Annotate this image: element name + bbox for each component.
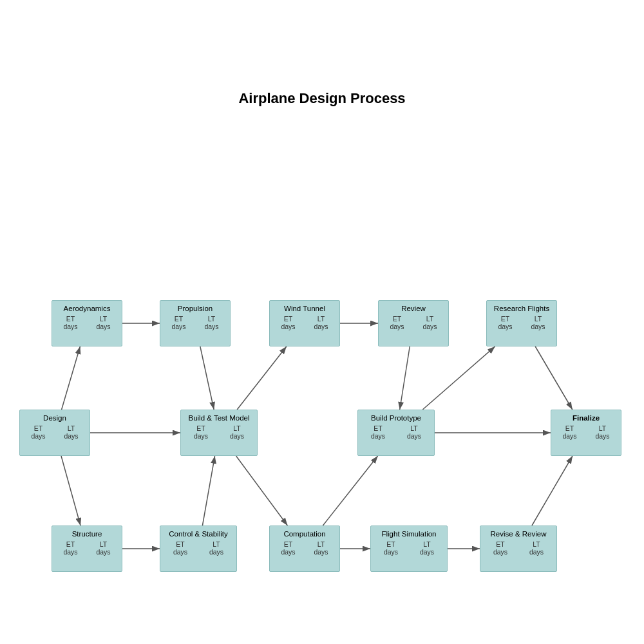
node-days-structure: daysdays	[57, 548, 117, 556]
node-days-flight_sim: daysdays	[376, 548, 442, 556]
node-et-lt-flight_sim: ETLT	[376, 540, 442, 548]
node-days-build_proto: daysdays	[363, 432, 429, 440]
arrow-computation-build_proto	[323, 456, 377, 526]
node-build_test[interactable]: Build & Test Model ETLT daysdays	[180, 410, 258, 456]
arrow-review-build_proto	[400, 346, 410, 410]
node-label-control_stability: Control & Stability	[166, 530, 231, 538]
node-computation[interactable]: Computation ETLT daysdays	[269, 526, 340, 572]
node-flight_sim[interactable]: Flight Simulation ETLT daysdays	[370, 526, 448, 572]
node-et-lt-revise_review: ETLT	[486, 540, 551, 548]
node-label-computation: Computation	[275, 530, 334, 538]
page-title: Airplane Design Process	[0, 0, 644, 107]
node-review[interactable]: Review ETLT daysdays	[378, 300, 449, 346]
arrow-design-structure	[61, 456, 80, 526]
arrow-propulsion-build_test	[200, 346, 214, 410]
node-research_flights[interactable]: Research Flights ETLT daysdays	[486, 300, 557, 346]
arrow-build_test-computation	[236, 456, 288, 526]
node-et-lt-research_flights: ETLT	[492, 315, 551, 323]
node-build_proto[interactable]: Build Prototype ETLT daysdays	[357, 410, 435, 456]
arrow-research_flights-finalize	[535, 346, 573, 410]
node-label-review: Review	[384, 305, 443, 312]
node-label-design: Design	[25, 414, 84, 422]
node-propulsion[interactable]: Propulsion ETLT daysdays	[160, 300, 231, 346]
node-label-finalize: Finalize	[556, 414, 616, 422]
node-et-lt-propulsion: ETLT	[166, 315, 225, 323]
node-days-wind_tunnel: daysdays	[275, 323, 334, 330]
node-et-lt-design: ETLT	[25, 424, 84, 432]
node-finalize[interactable]: Finalize ETLT daysdays	[551, 410, 621, 456]
node-revise_review[interactable]: Revise & Review ETLT daysdays	[480, 526, 557, 572]
arrow-build_test-wind_tunnel	[237, 346, 287, 410]
arrow-design-aerodynamics	[62, 346, 80, 410]
node-aerodynamics[interactable]: Aerodynamics ETLT daysdays	[52, 300, 122, 346]
arrow-control_stability-build_test	[202, 456, 214, 526]
arrow-revise_review-finalize	[532, 456, 573, 526]
node-days-design: daysdays	[25, 432, 84, 440]
node-label-flight_sim: Flight Simulation	[376, 530, 442, 538]
node-et-lt-computation: ETLT	[275, 540, 334, 548]
node-et-lt-build_proto: ETLT	[363, 424, 429, 432]
node-label-wind_tunnel: Wind Tunnel	[275, 305, 334, 312]
node-label-propulsion: Propulsion	[166, 305, 225, 312]
node-label-structure: Structure	[57, 530, 117, 538]
node-et-lt-review: ETLT	[384, 315, 443, 323]
node-label-build_test: Build & Test Model	[186, 414, 252, 422]
node-et-lt-structure: ETLT	[57, 540, 117, 548]
node-et-lt-aerodynamics: ETLT	[57, 315, 117, 323]
node-days-finalize: daysdays	[556, 432, 616, 440]
node-label-revise_review: Revise & Review	[486, 530, 551, 538]
node-design[interactable]: Design ETLT daysdays	[19, 410, 90, 456]
node-et-lt-control_stability: ETLT	[166, 540, 231, 548]
node-days-computation: daysdays	[275, 548, 334, 556]
node-et-lt-build_test: ETLT	[186, 424, 252, 432]
node-days-build_test: daysdays	[186, 432, 252, 440]
node-days-control_stability: daysdays	[166, 548, 231, 556]
node-days-aerodynamics: daysdays	[57, 323, 117, 330]
node-label-build_proto: Build Prototype	[363, 414, 429, 422]
node-et-lt-wind_tunnel: ETLT	[275, 315, 334, 323]
node-et-lt-finalize: ETLT	[556, 424, 616, 432]
node-days-revise_review: daysdays	[486, 548, 551, 556]
node-days-propulsion: daysdays	[166, 323, 225, 330]
node-days-review: daysdays	[384, 323, 443, 330]
node-wind_tunnel[interactable]: Wind Tunnel ETLT daysdays	[269, 300, 340, 346]
node-structure[interactable]: Structure ETLT daysdays	[52, 526, 122, 572]
node-label-research_flights: Research Flights	[492, 305, 551, 312]
node-control_stability[interactable]: Control & Stability ETLT daysdays	[160, 526, 237, 572]
node-days-research_flights: daysdays	[492, 323, 551, 330]
diagram: Aerodynamics ETLT daysdays Propulsion ET…	[0, 113, 644, 616]
node-label-aerodynamics: Aerodynamics	[57, 305, 117, 312]
arrow-build_proto-research_flights	[422, 346, 495, 410]
